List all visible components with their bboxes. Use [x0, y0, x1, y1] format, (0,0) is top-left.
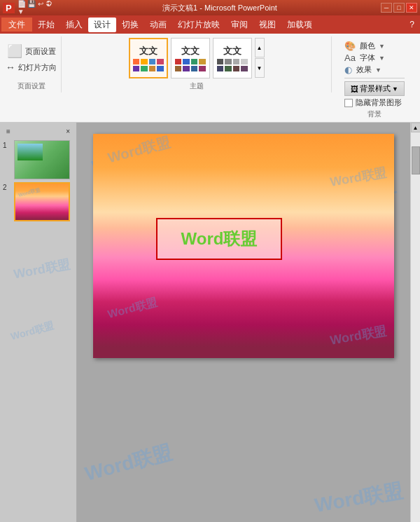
bg-style-dropdown-icon: ▼: [392, 85, 398, 92]
colors-btn[interactable]: 颜色: [360, 41, 375, 51]
slide-watermark-2: Word联盟: [329, 164, 388, 191]
slide-text: Word联盟: [181, 228, 258, 250]
slide-orientation-btn[interactable]: ↔ 幻灯片方向: [6, 62, 57, 73]
panel-watermark-2: Word联盟: [13, 256, 75, 283]
hide-bg-label: 隐藏背景图形: [356, 97, 402, 108]
slide-watermark-4: Word联盟: [329, 322, 388, 349]
bg-style-btn[interactable]: 🖼 背景样式 ▼: [344, 81, 405, 96]
menu-view[interactable]: 视图: [253, 18, 281, 32]
menu-addins[interactable]: 加载项: [281, 18, 318, 32]
close-button[interactable]: ✕: [406, 3, 417, 13]
bg-watermark-4: Word联盟: [313, 477, 405, 518]
vertical-scrollbar: ▲ ▼: [410, 123, 420, 522]
theme-btn-2[interactable]: 文文: [171, 38, 210, 78]
title-bar: P 📄 💾 ↩ ⮊ ▼ 演示文稿1 - Microsoft PowerPoint…: [0, 0, 420, 15]
menu-bar: 文件 开始 插入 设计 切换 动画 幻灯片放映 审阅 视图 加载项 ?: [0, 15, 420, 34]
menu-insert[interactable]: 插入: [60, 18, 88, 32]
slide-watermark-3: Word联盟: [106, 295, 160, 322]
slide-textbox[interactable]: Word联盟: [156, 218, 282, 260]
slide-thumb-2[interactable]: 2 Word联盟: [3, 182, 74, 221]
hide-bg-row: 隐藏背景图形: [344, 97, 402, 108]
theme-btn-1[interactable]: 文文: [129, 38, 168, 78]
slide-num-1: 1: [3, 142, 11, 149]
slide-num-2: 2: [3, 184, 11, 191]
menu-review[interactable]: 审阅: [225, 18, 253, 32]
help-icon[interactable]: ?: [405, 18, 419, 31]
slide-panel-toolbar: ≡ ×: [3, 125, 74, 137]
scroll-up-btn[interactable]: ▲: [411, 123, 421, 132]
slide-canvas-bg: Word联盟 Word联盟 Word联盟 Word联盟 Word联盟: [93, 134, 394, 358]
bg-style-icon: 🖼: [351, 85, 358, 93]
menu-home[interactable]: 开始: [32, 18, 60, 32]
slide-canvas[interactable]: Word联盟 Word联盟 Word联盟 Word联盟 Word联盟: [93, 134, 394, 358]
slide1-placeholder: [18, 144, 43, 160]
ribbon-group-page-setup: ⬜ 页面设置 ↔ 幻灯片方向 页面设置: [3, 36, 62, 92]
themes-dropdown: ▲ ▼: [255, 38, 265, 78]
themes-scroll-down[interactable]: ▼: [255, 58, 265, 78]
slide-image-1[interactable]: [14, 140, 70, 179]
menu-file[interactable]: 文件: [1, 18, 32, 32]
slide-image-2[interactable]: Word联盟: [14, 182, 70, 221]
main-area: ≡ × 1 2 Word联盟 Word联盟 Word联盟: [0, 123, 420, 522]
menu-design[interactable]: 设计: [88, 18, 116, 32]
menu-slideshow[interactable]: 幻灯片放映: [172, 18, 225, 32]
theme-btn-3[interactable]: 文文: [213, 38, 252, 78]
background-group-label: 背景: [368, 108, 382, 119]
slide-thumb-1[interactable]: 1: [3, 140, 74, 179]
panel-watermark-1: Word联盟: [9, 314, 77, 343]
panel-close-icon[interactable]: ×: [64, 127, 72, 136]
maximize-button[interactable]: □: [393, 3, 405, 13]
ribbon-group-themes: 文文 文文: [63, 36, 332, 92]
hide-bg-checkbox[interactable]: [344, 99, 353, 107]
fonts-btn[interactable]: 字体: [360, 53, 375, 63]
menu-animations[interactable]: 动画: [144, 18, 172, 32]
minimize-button[interactable]: ─: [381, 3, 392, 13]
page-setup-btn[interactable]: ⬜ 页面设置: [7, 43, 56, 59]
canvas-area: Word联盟 Word联盟 Word联盟 Word联盟 Word联盟 Word联…: [77, 123, 410, 522]
bg-watermark-3: Word联盟: [82, 439, 175, 488]
window-title: 演示文稿1 - Microsoft PowerPoint: [59, 3, 381, 13]
page-setup-group-label: 页面设置: [18, 80, 46, 91]
scroll-thumb[interactable]: [412, 146, 420, 174]
scroll-track[interactable]: [411, 132, 420, 522]
themes-scroll-up[interactable]: ▲: [255, 38, 265, 57]
slide-panel: ≡ × 1 2 Word联盟 Word联盟 Word联盟: [0, 123, 77, 522]
menu-transitions[interactable]: 切换: [116, 18, 144, 32]
effects-btn[interactable]: 效果: [356, 64, 372, 75]
panel-menu-icon[interactable]: ≡: [4, 127, 13, 136]
themes-group-label: 主题: [190, 80, 204, 91]
ribbon: ⬜ 页面设置 ↔ 幻灯片方向 页面设置 文文: [0, 34, 420, 123]
slide-watermark-1: Word联盟: [106, 134, 172, 167]
ribbon-group-background: 🎨 颜色 ▼ Aa 字体 ▼ ◐ 效果 ▼ 🖼 背景样式 ▼: [333, 36, 417, 121]
